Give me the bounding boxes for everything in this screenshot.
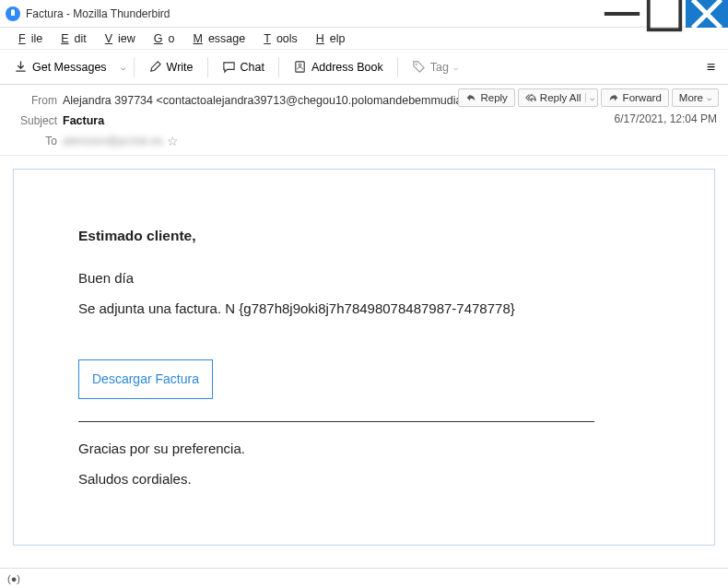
body-thanks: Gracias por su preferencia. (78, 439, 650, 460)
window-title: Factura - Mozilla Thunderbird (26, 7, 601, 20)
to-value[interactable]: atencion@pcrisk.es ☆ (63, 134, 719, 148)
tag-label: Tag (430, 61, 449, 74)
svg-rect-1 (649, 0, 681, 29)
menu-tools[interactable]: Tools (252, 30, 303, 47)
main-toolbar: Get Messages ⌵ Write Chat Address Book T… (0, 50, 728, 85)
write-button[interactable]: Write (140, 55, 202, 78)
body-closing: Saludos cordiales. (78, 469, 650, 490)
menu-file[interactable]: File (7, 30, 48, 47)
message-scroll-area[interactable]: Estimado cliente, Buen día Se adjunta un… (0, 156, 728, 568)
chat-label: Chat (241, 61, 264, 74)
menu-message[interactable]: Message (182, 30, 252, 47)
reply-label: Reply (480, 92, 507, 103)
menu-help[interactable]: Help (305, 30, 351, 47)
menu-edit[interactable]: Edit (50, 30, 92, 47)
svg-point-5 (299, 64, 301, 66)
svg-point-6 (416, 64, 417, 65)
reply-all-label: Reply All (540, 92, 581, 103)
download-invoice-button[interactable]: Descargar Factura (78, 359, 213, 399)
forward-button[interactable]: Forward (601, 88, 669, 107)
reply-all-button[interactable]: Reply All ⌵ (518, 88, 598, 107)
body-line2: Se adjunta una factura. N {g787h8j9oki8j… (78, 299, 650, 320)
address-book-icon (293, 60, 307, 74)
close-button[interactable] (686, 0, 728, 28)
minimize-button[interactable] (601, 0, 643, 28)
pencil-icon (148, 60, 162, 74)
star-icon[interactable]: ☆ (167, 134, 179, 148)
reply-button[interactable]: Reply (458, 88, 514, 107)
menu-view[interactable]: View (94, 30, 141, 47)
window-titlebar: Factura - Mozilla Thunderbird (0, 0, 728, 28)
message-actions: Reply Reply All ⌵ Forward More ⌵ (458, 88, 719, 107)
address-book-label: Address Book (311, 61, 383, 74)
tag-button[interactable]: Tag ⌵ (404, 55, 466, 78)
more-button[interactable]: More ⌵ (672, 88, 719, 107)
body-line1: Buen día (78, 268, 650, 289)
chat-icon (222, 60, 236, 74)
status-bar: (●) (0, 568, 728, 588)
message-header: Reply Reply All ⌵ Forward More ⌵ From Al… (0, 85, 728, 155)
forward-label: Forward (623, 92, 662, 103)
activity-icon: (●) (7, 573, 20, 584)
forward-icon (608, 92, 619, 103)
chat-button[interactable]: Chat (214, 55, 273, 78)
address-book-button[interactable]: Address Book (285, 55, 392, 78)
app-menu-button[interactable]: ≡ (699, 55, 722, 79)
email-body: Estimado cliente, Buen día Se adjunta un… (13, 169, 715, 546)
more-label: More (679, 92, 703, 103)
tag-icon (412, 60, 426, 74)
get-messages-dropdown[interactable]: ⌵ (119, 59, 128, 76)
thunderbird-icon (6, 6, 20, 21)
reply-all-icon (525, 92, 536, 103)
download-icon (14, 60, 28, 74)
menu-go[interactable]: Go (143, 30, 181, 47)
header-subject-row: Subject Factura (15, 111, 719, 131)
from-label: From (15, 94, 63, 107)
get-messages-button[interactable]: Get Messages (6, 55, 115, 78)
maximize-button[interactable] (643, 0, 686, 28)
body-divider (78, 421, 594, 422)
message-body-container: Estimado cliente, Buen día Se adjunta un… (0, 155, 728, 568)
menu-bar: File Edit View Go Message Tools Help (0, 28, 728, 50)
message-datetime: 6/17/2021, 12:04 PM (615, 112, 717, 125)
header-to-row: To atencion@pcrisk.es ☆ (15, 131, 719, 151)
reply-icon (465, 92, 476, 103)
body-greeting: Estimado cliente, (78, 225, 650, 246)
write-label: Write (167, 61, 194, 74)
to-label: To (15, 135, 63, 147)
get-messages-label: Get Messages (32, 61, 107, 74)
subject-label: Subject (15, 114, 63, 127)
